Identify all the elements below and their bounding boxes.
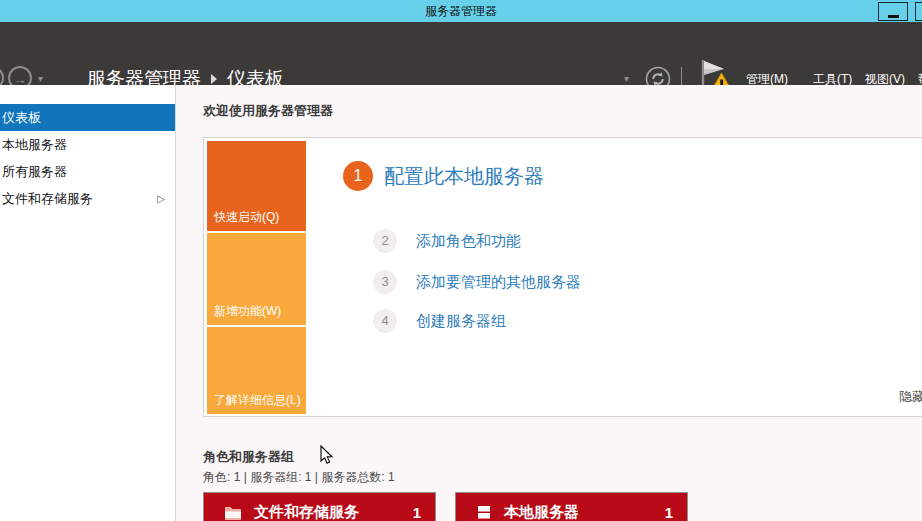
expand-arrow-icon[interactable]: ▷ <box>157 185 165 212</box>
hide-welcome-link[interactable]: 隐藏 <box>899 388 922 406</box>
sidebar-item-label: 所有服务器 <box>2 164 67 179</box>
forward-button[interactable]: → <box>8 66 32 85</box>
sidebar-item-label: 本地服务器 <box>2 137 67 152</box>
main-content: 欢迎使用服务器管理器 快速启动(Q) 新增功能(W) 了解详细信息(L) 1 配… <box>177 85 922 521</box>
role-tile-count: 1 <box>413 504 421 521</box>
step-3-badge: 3 <box>373 270 397 294</box>
sidebar-item-file-storage-services[interactable]: 文件和存储服务 ▷ <box>0 185 175 212</box>
step-1-badge: 1 <box>343 161 373 191</box>
menu-help[interactable]: 帮助(H) <box>918 71 922 85</box>
menu-tools[interactable]: 工具(T) <box>813 71 852 85</box>
quick-tab-label: 快速启动(Q) <box>214 209 279 226</box>
breadcrumb-separator-icon <box>211 74 217 84</box>
minimize-button[interactable] <box>878 2 908 21</box>
file-storage-services-tile[interactable]: 文件和存储服务 1 <box>203 492 436 521</box>
breadcrumb-root[interactable]: 服务器管理器 <box>87 68 201 85</box>
create-server-group-link[interactable]: 创建服务器组 <box>416 309 506 333</box>
breadcrumb-current: 仪表板 <box>227 68 284 85</box>
sidebar: 仪表板 本地服务器 所有服务器 文件和存储服务 ▷ <box>0 85 176 521</box>
quick-tab-label: 了解详细信息(L) <box>214 392 301 409</box>
sidebar-item-label: 文件和存储服务 <box>2 191 93 206</box>
roles-groups-heading: 角色和服务器组 <box>203 448 294 466</box>
maximize-button[interactable] <box>915 2 922 21</box>
configure-local-server-link[interactable]: 配置此本地服务器 <box>384 161 544 191</box>
role-tile-label: 文件和存储服务 <box>254 503 359 521</box>
add-other-servers-link[interactable]: 添加要管理的其他服务器 <box>416 270 581 294</box>
sidebar-item-dashboard[interactable]: 仪表板 <box>0 104 175 131</box>
breadcrumb: 服务器管理器仪表板 <box>87 66 284 85</box>
sidebar-item-local-server[interactable]: 本地服务器 <box>0 131 175 158</box>
history-caret-icon[interactable]: ▾ <box>38 73 43 84</box>
whats-new-tab[interactable]: 新增功能(W) <box>207 233 306 325</box>
mouse-cursor <box>320 445 334 465</box>
sidebar-item-label: 仪表板 <box>2 110 41 125</box>
quick-tab-label: 新增功能(W) <box>214 303 281 320</box>
nav-divider <box>681 67 682 85</box>
server-manager-window: 服务器管理器 ← → ▾ 服务器管理器仪表板 ▾ <box>0 0 922 521</box>
refresh-button[interactable] <box>645 66 671 85</box>
quick-start-tab[interactable]: 快速启动(Q) <box>207 141 306 231</box>
local-server-tile[interactable]: 本地服务器 1 <box>455 492 688 521</box>
role-tile-label: 本地服务器 <box>504 503 579 521</box>
roles-summary: 角色: 1 | 服务器组: 1 | 服务器总数: 1 <box>203 469 395 486</box>
refresh-caret-icon[interactable]: ▾ <box>624 73 629 84</box>
back-button[interactable]: ← <box>0 66 4 85</box>
window-title: 服务器管理器 <box>0 0 922 22</box>
menu-view[interactable]: 视图(V) <box>865 71 905 85</box>
server-icon <box>476 505 492 520</box>
minimize-icon <box>888 15 899 18</box>
step-4-badge: 4 <box>373 309 397 333</box>
step-2-badge: 2 <box>373 229 397 253</box>
navbar: ← → ▾ 服务器管理器仪表板 ▾ 管理(M) <box>0 22 922 85</box>
add-roles-features-link[interactable]: 添加角色和功能 <box>416 229 521 253</box>
role-tile-count: 1 <box>665 504 673 521</box>
notifications-flag-button[interactable] <box>697 58 735 85</box>
welcome-heading: 欢迎使用服务器管理器 <box>203 102 333 120</box>
warning-icon <box>710 73 733 85</box>
titlebar: 服务器管理器 <box>0 0 922 22</box>
welcome-tile: 快速启动(Q) 新增功能(W) 了解详细信息(L) 1 配置此本地服务器 2 添… <box>203 137 922 417</box>
menu-manage[interactable]: 管理(M) <box>746 71 788 85</box>
sidebar-item-all-servers[interactable]: 所有服务器 <box>0 158 175 185</box>
folder-icon <box>224 505 242 520</box>
learn-more-tab[interactable]: 了解详细信息(L) <box>207 327 306 414</box>
forward-icon: → <box>13 71 27 85</box>
